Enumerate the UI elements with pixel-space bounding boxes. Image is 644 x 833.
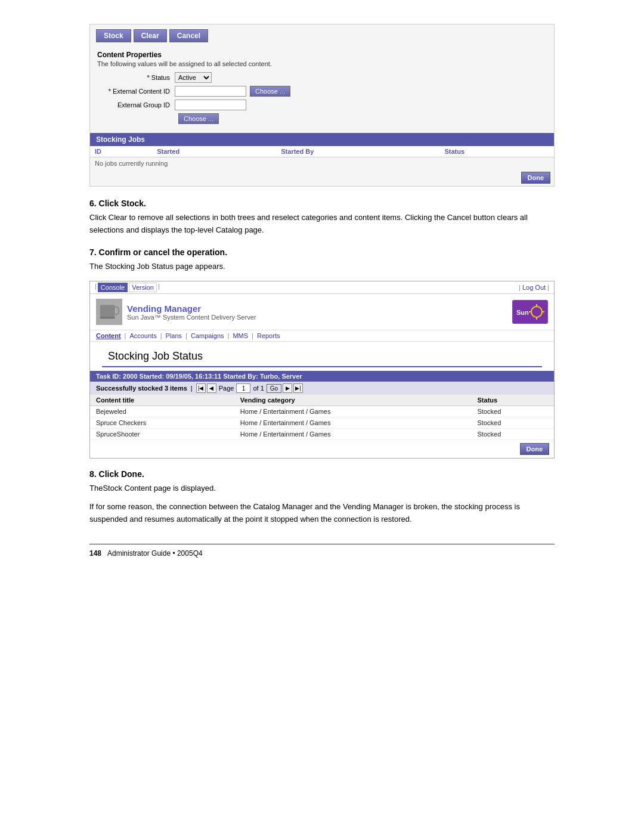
external-content-id-input[interactable]	[175, 86, 246, 97]
nav-accounts[interactable]: Accounts	[129, 332, 156, 339]
version-tab[interactable]: Version	[129, 283, 157, 292]
table-row: Spruce CheckersHome / Entertainment / Ga…	[90, 417, 554, 429]
stocking-jobs-header: Stocking Jobs	[90, 133, 554, 146]
vm-title-group: Vending Manager Sun Java™ System Content…	[127, 304, 256, 321]
page-label: Page	[219, 385, 234, 392]
top-screenshot-panel: Stock Clear Cancel Content Properties Th…	[89, 24, 555, 187]
logout-link[interactable]: Log Out	[522, 284, 546, 291]
vm-content-table: Content title Vending category Status Be…	[90, 395, 554, 440]
step8-para2: If for some reason, the connection betwe…	[89, 501, 555, 526]
clear-button[interactable]: Clear	[134, 29, 167, 42]
step7-para1: The Stocking Job Status page appears.	[89, 261, 555, 273]
nav-plans[interactable]: Plans	[166, 332, 182, 339]
vm-header-left: Vending Manager Sun Java™ System Content…	[96, 299, 256, 325]
content-properties-title: Content Properties	[97, 51, 547, 59]
vm-page-title: Stocking Job Status	[102, 345, 542, 367]
done-btn-row: Done	[90, 169, 554, 186]
pager-page-input[interactable]	[236, 383, 250, 393]
pager-go-button[interactable]: Go	[267, 384, 281, 393]
cancel-button[interactable]: Cancel	[169, 29, 208, 42]
vm-topbar-left: | Console Version |	[95, 283, 160, 292]
panel-toolbar: Stock Clear Cancel	[90, 24, 554, 47]
step8-heading: 8. Click Done.	[89, 469, 555, 479]
col-started: Started	[152, 146, 276, 157]
table-row: BejeweledHome / Entertainment / GamesSto…	[90, 406, 554, 417]
stocking-jobs-table: ID Started Started By Status No jobs cur…	[90, 146, 554, 169]
nav-campaigns[interactable]: Campaigns	[191, 332, 224, 339]
svg-rect-3	[100, 317, 115, 319]
vm-items-label: Successfully stocked 3 items	[96, 385, 187, 392]
pager-last-button[interactable]: ▶|	[293, 383, 303, 393]
step8-para1: TheStock Content page is displayed.	[89, 482, 555, 495]
external-group-id-label: External Group ID	[97, 101, 175, 109]
external-group-id-input[interactable]	[175, 100, 246, 110]
col-vending-category: Vending category	[234, 395, 472, 406]
vm-task-bar: Task ID: 2000 Started: 09/19/05, 16:13:1…	[90, 371, 554, 382]
no-jobs-row: No jobs currently running	[90, 157, 554, 170]
choose-external-content-button[interactable]: Choose ...	[250, 86, 290, 97]
content-properties-section: Content Properties The following values …	[90, 47, 554, 133]
step6-para1: Click Clear to remove all selections in …	[89, 212, 555, 237]
external-group-id-row: External Group ID	[97, 100, 547, 110]
col-id: ID	[90, 146, 152, 157]
vm-topbar: | Console Version | | Log Out |	[90, 281, 554, 294]
nav-reports[interactable]: Reports	[257, 332, 280, 339]
vm-nav: Content | Accounts | Plans | Campaigns |…	[90, 330, 554, 342]
footer-text: Administrator Guide • 2005Q4	[107, 549, 203, 558]
stock-button[interactable]: Stock	[96, 29, 131, 42]
page-footer: 148 Administrator Guide • 2005Q4	[89, 544, 555, 558]
content-properties-subtitle: The following values will be assigned to…	[97, 60, 547, 67]
pager-of-label: of 1	[253, 385, 264, 392]
col-vm-status: Status	[472, 395, 554, 406]
vm-header: Vending Manager Sun Java™ System Content…	[90, 294, 554, 330]
pager-prev-button[interactable]: ◀	[207, 383, 216, 393]
col-content-title: Content title	[90, 395, 234, 406]
status-row: * Status Active Inactive	[97, 72, 547, 83]
svg-text:Sun: Sun	[516, 309, 529, 316]
vm-items-bar: Successfully stocked 3 items | |◀ ◀ Page…	[90, 382, 554, 395]
external-content-id-label: * External Content ID	[97, 88, 175, 95]
pager-next-button[interactable]: ▶	[283, 383, 292, 393]
choose-external-group-button[interactable]: Choose ...	[178, 113, 219, 124]
col-status: Status	[439, 146, 554, 157]
step6-heading: 6. Click Stock.	[89, 199, 555, 208]
vm-done-button[interactable]: Done	[520, 443, 550, 455]
vm-title: Vending Manager	[127, 304, 256, 314]
vm-screenshot-panel: | Console Version | | Log Out |	[89, 281, 555, 459]
col-started-by: Started By	[276, 146, 439, 157]
status-select[interactable]: Active Inactive	[175, 72, 212, 83]
pager-first-button[interactable]: |◀	[196, 383, 206, 393]
vm-logo-image	[96, 299, 122, 325]
nav-content[interactable]: Content	[96, 332, 121, 339]
console-tab[interactable]: Console	[98, 283, 128, 292]
sun-logo: Sun	[512, 300, 548, 324]
no-jobs-text: No jobs currently running	[90, 157, 554, 170]
step7-heading: 7. Confirm or cancel the operation.	[89, 247, 555, 257]
vm-subtitle: Sun Java™ System Content Delivery Server	[127, 314, 256, 321]
footer-page-num: 148	[89, 549, 101, 558]
nav-mms[interactable]: MMS	[233, 332, 248, 339]
vm-topbar-right: | Log Out |	[519, 284, 549, 291]
status-label: * Status	[97, 74, 175, 81]
top-done-button[interactable]: Done	[521, 172, 551, 184]
external-content-id-row: * External Content ID Choose ...	[97, 86, 547, 97]
vm-pager: |◀ ◀ Page of 1 Go ▶ ▶|	[196, 383, 303, 393]
table-row: SpruceShooterHome / Entertainment / Game…	[90, 429, 554, 440]
vm-done-row: Done	[90, 440, 554, 458]
choose-group-row: Choose ...	[97, 113, 547, 124]
